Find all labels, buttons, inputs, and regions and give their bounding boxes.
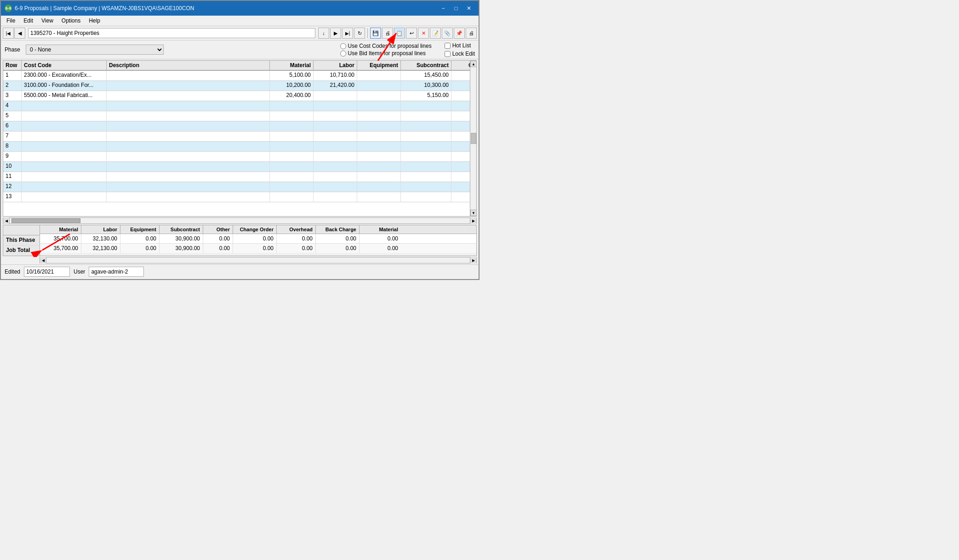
cell-desc-6[interactable] xyxy=(107,121,270,131)
cell-costcode-11[interactable] xyxy=(22,172,107,182)
table-row[interactable]: 1 2300.000 - Excavation/Ex... 5,100.00 1… xyxy=(3,71,470,81)
cell-material-9[interactable] xyxy=(270,152,314,161)
table-row[interactable]: 9 xyxy=(3,152,470,162)
cell-material-7[interactable] xyxy=(270,131,314,141)
nav-refresh-button[interactable]: ↻ xyxy=(354,28,365,39)
table-row[interactable]: 12 xyxy=(3,182,470,192)
radio-bid-items-input[interactable] xyxy=(340,51,346,57)
cell-labor-13[interactable] xyxy=(314,192,357,202)
table-row[interactable]: 6 xyxy=(3,121,470,131)
nav-next-button[interactable]: ▶ xyxy=(330,28,341,39)
cell-labor-12[interactable] xyxy=(314,182,357,192)
cell-desc-10[interactable] xyxy=(107,162,270,171)
cell-equipment-1[interactable] xyxy=(357,71,401,80)
cell-subcontract-6[interactable] xyxy=(401,121,451,131)
phase-select[interactable]: 0 - None xyxy=(26,45,164,55)
save-button[interactable]: 💾 xyxy=(370,28,381,39)
cell-subcontract-9[interactable] xyxy=(401,152,451,161)
grid-rows-container[interactable]: 1 2300.000 - Excavation/Ex... 5,100.00 1… xyxy=(3,71,470,213)
cell-equipment-8[interactable] xyxy=(357,142,401,151)
cell-labor-7[interactable] xyxy=(314,131,357,141)
cell-costcode-7[interactable] xyxy=(22,131,107,141)
scroll-up-button[interactable]: ▲ xyxy=(470,61,477,67)
hot-list-option[interactable]: Hot List xyxy=(445,42,475,49)
radio-cost-codes-input[interactable] xyxy=(340,43,346,49)
cell-equipment-9[interactable] xyxy=(357,152,401,161)
cell-labor-3[interactable] xyxy=(314,91,357,101)
cell-other-9[interactable] xyxy=(451,152,470,161)
cell-equipment-3[interactable] xyxy=(357,91,401,101)
cell-costcode-8[interactable] xyxy=(22,142,107,151)
summary-scroll-right[interactable]: ▶ xyxy=(470,257,476,263)
lock-edit-checkbox[interactable] xyxy=(445,51,451,57)
cell-labor-6[interactable] xyxy=(314,121,357,131)
cell-material-13[interactable] xyxy=(270,192,314,202)
cell-subcontract-3[interactable]: 5,150.00 xyxy=(401,91,451,101)
cell-subcontract-5[interactable] xyxy=(401,111,451,121)
table-row[interactable]: 7 xyxy=(3,131,470,142)
cell-labor-5[interactable] xyxy=(314,111,357,121)
edited-field[interactable] xyxy=(24,267,70,277)
table-row[interactable]: 13 xyxy=(3,192,470,202)
cell-desc-9[interactable] xyxy=(107,152,270,161)
cell-equipment-6[interactable] xyxy=(357,121,401,131)
print-button[interactable]: 🖨 xyxy=(382,28,393,39)
cell-costcode-4[interactable] xyxy=(22,101,107,111)
print2-button[interactable]: 🖨 xyxy=(466,28,477,39)
table-row[interactable]: 5 xyxy=(3,111,470,121)
cell-costcode-1[interactable]: 2300.000 - Excavation/Ex... xyxy=(22,71,107,80)
cell-subcontract-13[interactable] xyxy=(401,192,451,202)
scroll-thumb[interactable] xyxy=(471,133,476,144)
cell-equipment-4[interactable] xyxy=(357,101,401,111)
cell-subcontract-2[interactable]: 10,300.00 xyxy=(401,81,451,91)
cell-subcontract-10[interactable] xyxy=(401,162,451,171)
cell-other-6[interactable] xyxy=(451,121,470,131)
cell-labor-9[interactable] xyxy=(314,152,357,161)
cell-material-12[interactable] xyxy=(270,182,314,192)
cell-labor-10[interactable] xyxy=(314,162,357,171)
delete-button[interactable]: ✕ xyxy=(418,28,429,39)
nav-last-button[interactable]: ▶| xyxy=(342,28,353,39)
record-field[interactable] xyxy=(28,28,315,38)
cell-other-3[interactable] xyxy=(451,91,470,101)
cell-other-2[interactable] xyxy=(451,81,470,91)
cell-desc-7[interactable] xyxy=(107,131,270,141)
cell-material-11[interactable] xyxy=(270,172,314,182)
cell-desc-11[interactable] xyxy=(107,172,270,182)
cell-material-10[interactable] xyxy=(270,162,314,171)
attach-button[interactable]: 📎 xyxy=(442,28,453,39)
cell-labor-4[interactable] xyxy=(314,101,357,111)
cell-desc-8[interactable] xyxy=(107,142,270,151)
maximize-button[interactable]: □ xyxy=(450,3,462,13)
vertical-scrollbar[interactable]: ▲ ▼ xyxy=(470,61,476,216)
note-button[interactable]: 📌 xyxy=(454,28,465,39)
cell-other-13[interactable] xyxy=(451,192,470,202)
undo-button[interactable]: ↩ xyxy=(406,28,417,39)
set-proposal-button[interactable]: Set Proposal xyxy=(5,280,48,280)
cell-material-8[interactable] xyxy=(270,142,314,151)
cell-costcode-3[interactable]: 5500.000 - Metal Fabricati... xyxy=(22,91,107,101)
cell-other-11[interactable] xyxy=(451,172,470,182)
summary-h-scrollbar[interactable]: ◀ ▶ xyxy=(40,257,477,263)
cell-desc-2[interactable] xyxy=(107,81,270,91)
close-button[interactable]: ✕ xyxy=(463,3,475,13)
menu-view[interactable]: View xyxy=(38,17,57,25)
cell-material-3[interactable]: 20,400.00 xyxy=(270,91,314,101)
cell-desc-13[interactable] xyxy=(107,192,270,202)
cell-material-1[interactable]: 5,100.00 xyxy=(270,71,314,80)
cell-costcode-10[interactable] xyxy=(22,162,107,171)
radio-bid-items[interactable]: Use Bid Items for proposal lines xyxy=(340,50,432,57)
cell-labor-11[interactable] xyxy=(314,172,357,182)
cell-costcode-6[interactable] xyxy=(22,121,107,131)
cell-desc-3[interactable] xyxy=(107,91,270,101)
menu-options[interactable]: Options xyxy=(58,17,84,25)
cell-subcontract-7[interactable] xyxy=(401,131,451,141)
minimize-button[interactable]: − xyxy=(437,3,449,13)
cell-desc-12[interactable] xyxy=(107,182,270,192)
nav-down-button[interactable]: ↓ xyxy=(318,28,329,39)
summary-scroll-left[interactable]: ◀ xyxy=(40,257,46,263)
table-row[interactable]: 10 xyxy=(3,162,470,172)
cell-equipment-11[interactable] xyxy=(357,172,401,182)
cell-subcontract-1[interactable]: 15,450.00 xyxy=(401,71,451,80)
cell-subcontract-8[interactable] xyxy=(401,142,451,151)
